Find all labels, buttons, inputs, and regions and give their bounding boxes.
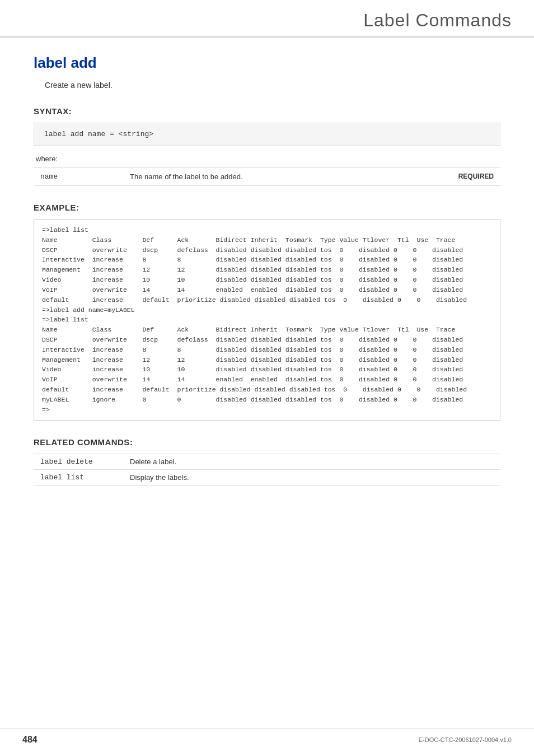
- related-command-name: label delete: [34, 454, 123, 470]
- params-table: name The name of the label to be added. …: [34, 167, 500, 186]
- page-footer: 484 E-DOC-CTC-20061027-0004 v1.0: [0, 729, 534, 745]
- syntax-code: label add name = <string>: [34, 123, 500, 146]
- param-description: The name of the label to be added.: [123, 168, 444, 186]
- page-header-title: Label Commands: [363, 10, 512, 30]
- related-command-description: Delete a label.: [123, 454, 500, 470]
- param-name: name: [34, 168, 123, 186]
- related-commands-section: RELATED COMMANDS: label delete Delete a …: [34, 437, 500, 486]
- syntax-title: SYNTAX:: [34, 106, 500, 116]
- example-code: =>label list Name Class Def Ack Bidirect…: [34, 219, 500, 421]
- command-title: label add: [34, 54, 500, 72]
- page-content: label add Create a new label. SYNTAX: la…: [0, 38, 534, 535]
- page-header: Label Commands: [0, 0, 534, 38]
- where-label: where:: [36, 155, 500, 163]
- example-title: EXAMPLE:: [34, 203, 500, 212]
- related-command-row: label list Display the labels.: [34, 470, 500, 486]
- syntax-section: SYNTAX: label add name = <string> where:…: [34, 106, 500, 186]
- related-command-description: Display the labels.: [123, 470, 500, 486]
- param-required: REQUIRED: [444, 168, 500, 186]
- example-section: EXAMPLE: =>label list Name Class Def Ack…: [34, 203, 500, 421]
- page-number: 484: [22, 735, 38, 745]
- related-command-name: label list: [34, 470, 123, 486]
- related-title: RELATED COMMANDS:: [34, 437, 500, 447]
- command-title-block: label add Create a new label.: [34, 54, 500, 90]
- related-table: label delete Delete a label. label list …: [34, 454, 500, 486]
- param-row: name The name of the label to be added. …: [34, 168, 500, 186]
- doc-id: E-DOC-CTC-20061027-0004 v1.0: [419, 736, 512, 743]
- related-command-row: label delete Delete a label.: [34, 454, 500, 470]
- command-description: Create a new label.: [45, 81, 500, 90]
